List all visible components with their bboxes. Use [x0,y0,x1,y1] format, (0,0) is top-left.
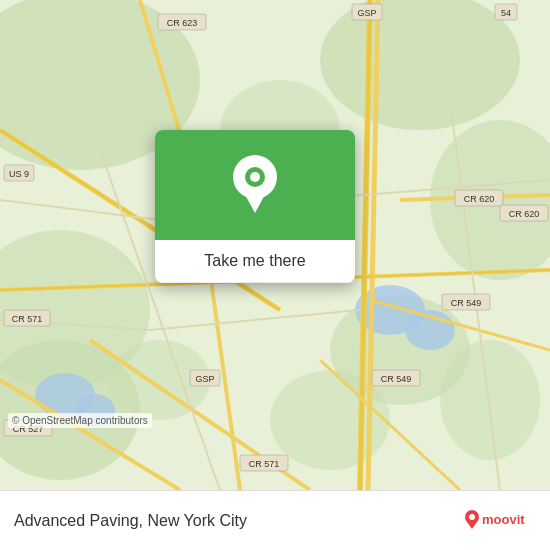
take-me-there-button[interactable]: Take me there [155,240,355,283]
bottom-bar: Advanced Paving, New York City moovit [0,490,550,550]
moovit-logo: moovit [464,507,536,535]
svg-text:CR 623: CR 623 [167,18,198,28]
svg-text:moovit: moovit [482,512,525,527]
svg-text:US 9: US 9 [9,169,29,179]
location-pin-icon [230,155,280,215]
svg-text:GSP: GSP [195,374,214,384]
svg-point-63 [250,172,260,182]
svg-marker-66 [467,522,477,529]
svg-marker-62 [243,191,267,213]
popup-card: Take me there [155,130,355,283]
map-attribution: © OpenStreetMap contributors [8,413,152,428]
svg-point-10 [440,340,540,460]
map-container: CR 623 GSP 54 US 9 CR 620 CR 620 CR 571 … [0,0,550,490]
svg-point-65 [469,514,475,520]
svg-text:CR 620: CR 620 [464,194,495,204]
svg-text:CR 571: CR 571 [249,459,280,469]
svg-text:CR 549: CR 549 [451,298,482,308]
svg-text:CR 620: CR 620 [509,209,540,219]
moovit-logo-svg: moovit [464,507,536,535]
svg-text:54: 54 [501,8,511,18]
svg-text:CR 549: CR 549 [381,374,412,384]
popup-green-area [155,130,355,240]
place-name: Advanced Paving, New York City [14,512,454,530]
svg-text:CR 571: CR 571 [12,314,43,324]
svg-text:GSP: GSP [357,8,376,18]
